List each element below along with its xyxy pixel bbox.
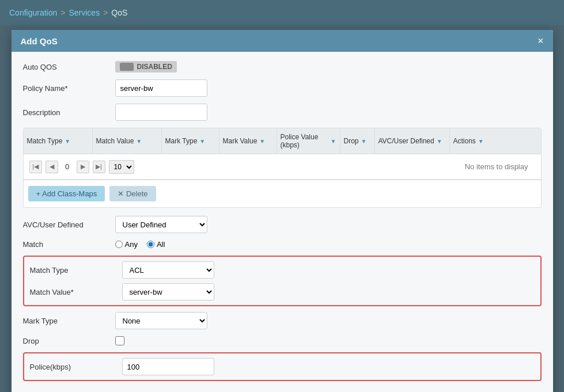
match-any-label: Any bbox=[125, 240, 138, 249]
table-header: Match Type ▼ Match Value ▼ Mark Type ▼ M… bbox=[24, 128, 541, 154]
policy-name-row: Policy Name* bbox=[23, 79, 542, 97]
match-row: Match Any All bbox=[23, 240, 542, 249]
pag-number: 0 bbox=[62, 162, 73, 171]
policy-name-label: Policy Name* bbox=[23, 84, 115, 93]
mark-type-row: Mark Type None DSCP CoS bbox=[23, 312, 542, 329]
class-maps-table: Match Type ▼ Match Value ▼ Mark Type ▼ M… bbox=[23, 128, 542, 208]
pag-first-btn[interactable]: |◀ bbox=[29, 161, 42, 173]
nav-configuration[interactable]: Configuration bbox=[9, 8, 57, 17]
modal-header: Add QoS × bbox=[12, 30, 553, 52]
policy-name-input[interactable] bbox=[115, 79, 207, 97]
sep2: > bbox=[103, 8, 108, 17]
match-type-value-box: Match Type ACL DSCP Protocol Match Value… bbox=[23, 256, 542, 306]
filter-icon-avc[interactable]: ▼ bbox=[437, 138, 442, 144]
filter-icon-mark-type[interactable]: ▼ bbox=[199, 138, 205, 144]
pag-prev-btn[interactable]: ◀ bbox=[46, 161, 58, 173]
add-class-maps-button[interactable]: + Add Class-Maps bbox=[28, 186, 105, 201]
modal-title: Add QoS bbox=[21, 36, 58, 46]
description-input[interactable] bbox=[115, 104, 207, 121]
filter-icon-match-type[interactable]: ▼ bbox=[65, 138, 70, 144]
toggle-label: DISABLED bbox=[137, 63, 172, 71]
match-type-row: Match Type ACL DSCP Protocol bbox=[30, 261, 535, 279]
drop-checkbox[interactable] bbox=[115, 336, 124, 345]
modal-overlay: Add QoS × Auto QOS DISABLED Policy Name*… bbox=[0, 25, 564, 392]
match-all-radio[interactable] bbox=[147, 241, 154, 248]
no-items-text: No items to display bbox=[458, 158, 535, 176]
police-label: Police(kbps) bbox=[30, 363, 122, 371]
close-button[interactable]: × bbox=[537, 36, 544, 46]
drop-label: Drop bbox=[23, 337, 115, 345]
pag-last-btn[interactable]: ▶| bbox=[93, 161, 105, 173]
match-value-label: Match Value* bbox=[30, 288, 122, 296]
pag-size: 10 25 50 bbox=[109, 160, 134, 174]
th-match-type: Match Type ▼ bbox=[24, 128, 93, 154]
th-mark-type: Mark Type ▼ bbox=[162, 128, 219, 154]
auto-qos-label: Auto QOS bbox=[23, 63, 115, 71]
mark-type-label: Mark Type bbox=[23, 317, 115, 325]
filter-icon-mark-value[interactable]: ▼ bbox=[259, 138, 265, 144]
police-input[interactable] bbox=[122, 358, 214, 375]
table-pagination: |◀ ◀ 0 ▶ ▶| 10 25 50 No items to display bbox=[24, 154, 541, 180]
avc-label: AVC/User Defined bbox=[23, 220, 115, 229]
th-drop: Drop ▼ bbox=[340, 128, 375, 154]
description-label: Description bbox=[23, 108, 115, 117]
match-value-row: Match Value* server-bw bbox=[30, 283, 535, 300]
avc-select[interactable]: User Defined AVC bbox=[115, 216, 207, 233]
match-all-option[interactable]: All bbox=[147, 240, 165, 249]
match-value-select[interactable]: server-bw bbox=[122, 283, 214, 300]
match-any-option[interactable]: Any bbox=[115, 240, 138, 249]
police-row: Police(kbps) bbox=[30, 358, 535, 375]
nav-services[interactable]: Services bbox=[69, 8, 100, 17]
match-radio-group: Any All bbox=[115, 240, 165, 249]
add-qos-modal: Add QoS × Auto QOS DISABLED Policy Name*… bbox=[12, 30, 553, 392]
filter-icon-drop[interactable]: ▼ bbox=[361, 138, 367, 144]
mark-type-select[interactable]: None DSCP CoS bbox=[115, 312, 207, 329]
filter-icon-police[interactable]: ▼ bbox=[331, 138, 336, 144]
match-type-select[interactable]: ACL DSCP Protocol bbox=[122, 261, 214, 279]
table-action-buttons: + Add Class-Maps ✕ Delete bbox=[24, 180, 541, 207]
th-mark-value: Mark Value ▼ bbox=[219, 128, 277, 154]
match-type-label: Match Type bbox=[30, 266, 122, 275]
drop-row: Drop bbox=[23, 336, 542, 345]
delete-button[interactable]: ✕ Delete bbox=[109, 186, 156, 201]
match-label: Match bbox=[23, 240, 115, 249]
filter-icon-actions[interactable]: ▼ bbox=[478, 138, 484, 144]
nav-current: QoS bbox=[111, 8, 127, 17]
modal-body: Auto QOS DISABLED Policy Name* Descripti… bbox=[12, 52, 553, 392]
sep1: > bbox=[60, 8, 65, 17]
match-any-radio[interactable] bbox=[115, 241, 123, 248]
th-police: Police Value (kbps) ▼ bbox=[277, 128, 340, 154]
filter-icon-match-value[interactable]: ▼ bbox=[136, 138, 142, 144]
avc-row: AVC/User Defined User Defined AVC bbox=[23, 216, 542, 233]
match-all-label: All bbox=[157, 240, 165, 249]
pag-next-btn[interactable]: ▶ bbox=[77, 161, 89, 173]
th-match-value: Match Value ▼ bbox=[93, 128, 162, 154]
police-box: Police(kbps) bbox=[23, 352, 542, 381]
pag-size-select[interactable]: 10 25 50 bbox=[109, 160, 134, 174]
toggle-handle bbox=[120, 63, 134, 71]
auto-qos-row: Auto QOS DISABLED bbox=[23, 61, 542, 73]
description-row: Description bbox=[23, 104, 542, 121]
th-actions: Actions ▼ bbox=[450, 128, 508, 154]
top-nav: Configuration > Services > QoS bbox=[0, 0, 564, 25]
th-avc: AVC/User Defined ▼ bbox=[375, 128, 450, 154]
auto-qos-toggle[interactable]: DISABLED bbox=[115, 61, 177, 73]
